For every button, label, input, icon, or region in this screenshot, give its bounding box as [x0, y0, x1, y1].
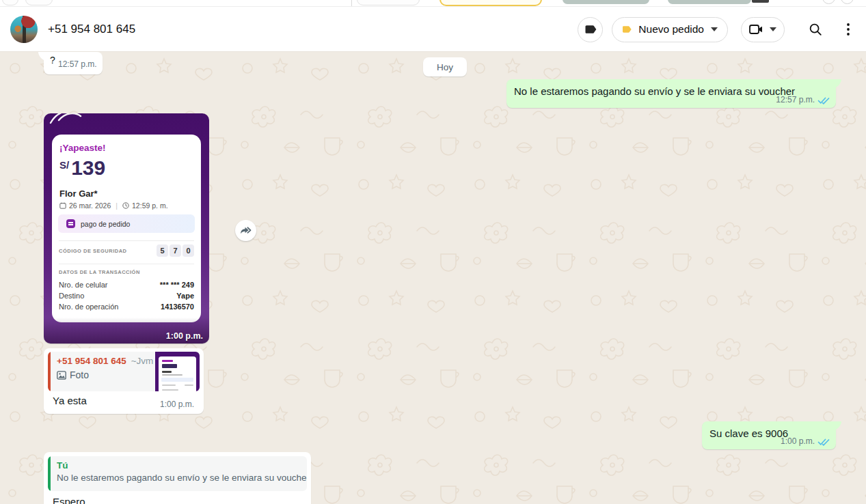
- search-icon: [808, 22, 823, 37]
- security-code-label: CÓDIGO DE SEGURIDAD: [59, 248, 127, 254]
- new-order-button[interactable]: Nuevo pedido: [612, 17, 728, 42]
- video-call-button[interactable]: [741, 17, 785, 42]
- message-text: No le estaremos pagando su envío y se le…: [514, 85, 795, 97]
- contact-avatar[interactable]: [10, 16, 38, 43]
- row-value: Yape: [176, 292, 194, 300]
- chevron-down-icon: [711, 27, 718, 31]
- remnant-circle: [841, 0, 854, 4]
- menu-button[interactable]: [835, 16, 862, 43]
- quoted-message[interactable]: Tú No le estaremos pagando su envío y se…: [48, 456, 307, 491]
- yape-receipt-image-message[interactable]: ¡Yapeaste! S/ 139 Flor Gar* 26 mar. 2026…: [44, 113, 209, 344]
- receipt-thumbnail: [155, 352, 200, 391]
- message-text: Ya esta: [53, 395, 87, 406]
- transaction-row: Nro. de operación 14136570: [59, 303, 194, 311]
- receipt-title: ¡Yapeaste!: [59, 143, 106, 153]
- yape-logo: [49, 113, 89, 126]
- security-digit: 5: [157, 244, 168, 257]
- search-button[interactable]: [802, 16, 829, 43]
- label-filter-button[interactable]: [578, 17, 603, 42]
- yellow-label-icon: [621, 24, 632, 35]
- bubble-tail: [38, 52, 44, 61]
- transaction-row: Destino Yape: [59, 292, 194, 300]
- remnant-dark-bar: [752, 0, 769, 3]
- note-text: pago de pedido: [81, 220, 130, 228]
- transaction-label: DATOS DE LA TRANSACCIÓN: [59, 269, 140, 275]
- whatsapp-chat-window: +51 954 801 645 Nuevo pedido: [0, 0, 866, 504]
- message-time: 12:57 p.m.: [776, 95, 815, 104]
- bubble-tail: [836, 79, 841, 88]
- date-divider: Hoy: [423, 57, 467, 76]
- video-camera-icon: [748, 23, 765, 36]
- row-label: Nro. de operación: [59, 303, 118, 311]
- quote-sender-suffix: ~Jvm: [131, 356, 154, 366]
- row-label: Destino: [59, 292, 84, 300]
- quote-sender: +51 954 801 645: [57, 356, 126, 366]
- security-code-row: CÓDIGO DE SEGURIDAD 5 7 0: [59, 244, 194, 257]
- new-order-label: Nuevo pedido: [638, 23, 704, 36]
- remnant-divider: [351, 0, 352, 7]
- message-time: 1:00 p.m.: [781, 436, 815, 446]
- quoted-message[interactable]: +51 954 801 645 ~Jvm Foto: [48, 352, 200, 391]
- conversation-panel: ? 12:57 p.m. Hoy No le estaremos pagando…: [0, 52, 866, 504]
- kebab-menu-icon: [847, 23, 850, 36]
- row-label: Nro. de celular: [59, 281, 108, 289]
- clock-icon: [122, 202, 129, 209]
- outgoing-message[interactable]: No le estaremos pagando su envío y se le…: [506, 79, 836, 108]
- remnant-pill: [357, 0, 420, 5]
- row-value: *** *** 249: [160, 281, 194, 289]
- row-value: 14136570: [161, 303, 194, 311]
- divider: [59, 240, 194, 241]
- read-receipt-icon: [817, 96, 830, 104]
- security-digit: 7: [170, 244, 181, 257]
- read-receipt-icon: [817, 437, 830, 446]
- incoming-message-question[interactable]: ? 12:57 p.m.: [44, 52, 103, 74]
- label-tag-icon: [584, 23, 597, 36]
- amount-value: 139: [71, 156, 105, 179]
- message-time: 12:57 p.m.: [58, 59, 97, 69]
- remnant-pill: [2, 0, 18, 5]
- calendar-icon: [59, 202, 66, 209]
- message-time: 1:00 p.m.: [166, 331, 203, 341]
- comment-icon: [66, 219, 75, 228]
- payee-name: Flor Gar*: [59, 188, 98, 199]
- outgoing-message[interactable]: Su clave es 9006 1:00 p.m.: [702, 421, 836, 449]
- remnant-circle: [822, 0, 835, 4]
- chat-header: +51 954 801 645 Nuevo pedido: [0, 7, 866, 52]
- message-text: ?: [50, 55, 55, 66]
- remnant-yellow-pill: [439, 0, 542, 6]
- quote-text: No le estaremos pagando su envío y se le…: [57, 473, 301, 483]
- transaction-row: Nro. de celular *** *** 249: [59, 281, 194, 289]
- security-digit: 0: [182, 244, 194, 257]
- receipt-amount: S/ 139: [59, 156, 105, 179]
- forward-message-button[interactable]: [235, 220, 256, 241]
- message-time: 1:00 p.m.: [160, 400, 194, 409]
- receipt-date: 26 mar. 2026: [69, 201, 111, 210]
- quote-media-type: Foto: [70, 369, 89, 380]
- remnant-bar: [563, 0, 649, 4]
- incoming-message-with-quote[interactable]: Tú No le estaremos pagando su envío y se…: [44, 452, 311, 504]
- message-text: Espero: [53, 496, 85, 504]
- payment-note: pago de pedido: [58, 214, 195, 233]
- contact-phone-title[interactable]: +51 954 801 645: [48, 7, 135, 52]
- top-toolbar-remnant: [0, 0, 866, 7]
- quote-sender: Tú: [57, 460, 301, 471]
- incoming-message-with-quote[interactable]: +51 954 801 645 ~Jvm Foto: [44, 348, 204, 414]
- receipt-datetime: 26 mar. 2026 | 12:59 p. m.: [59, 201, 168, 210]
- currency-symbol: S/: [59, 159, 69, 171]
- receipt-time: 12:59 p. m.: [132, 201, 168, 210]
- photo-icon: [57, 371, 66, 380]
- chevron-down-icon: [770, 27, 776, 31]
- separator: |: [116, 201, 118, 210]
- remnant-bar: [668, 0, 751, 4]
- forward-icon: [239, 225, 252, 236]
- remnant-pill: [25, 0, 53, 5]
- receipt-card: ¡Yapeaste! S/ 139 Flor Gar* 26 mar. 2026…: [52, 135, 201, 322]
- bubble-tail: [836, 421, 841, 430]
- message-text: Su clave es 9006: [709, 428, 788, 439]
- divider: [59, 264, 194, 264]
